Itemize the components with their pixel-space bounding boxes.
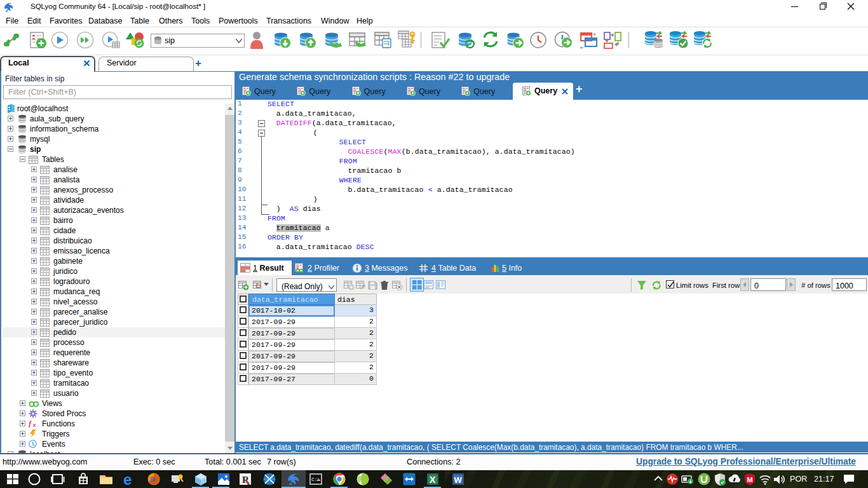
- svg-text:W: W: [454, 475, 463, 485]
- svg-text:M: M: [747, 476, 753, 484]
- svg-text:x: x: [33, 422, 36, 428]
- svg-text:e: e: [123, 471, 132, 487]
- svg-text:C:\: C:\: [311, 477, 321, 482]
- svg-text:f: f: [29, 419, 32, 428]
- svg-text:X: X: [430, 475, 436, 485]
